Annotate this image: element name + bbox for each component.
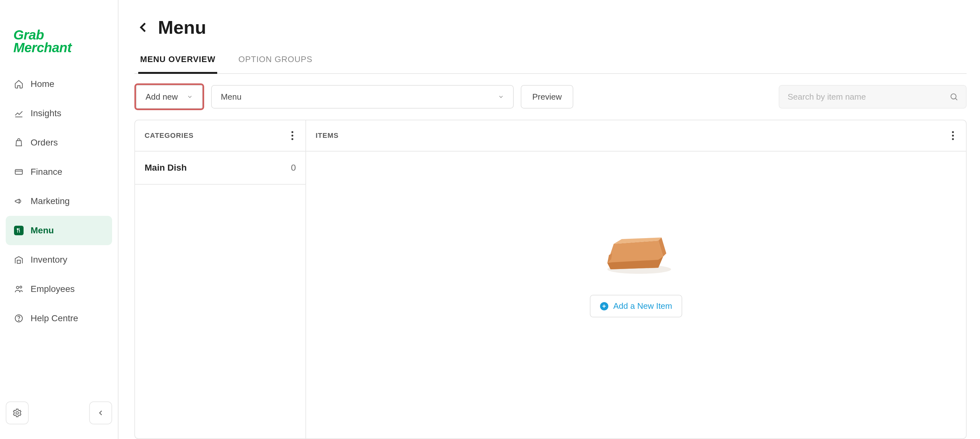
sidebar-item-label: Finance <box>30 167 62 177</box>
sidebar-item-home[interactable]: Home <box>6 69 112 99</box>
items-panel: ITEMS <box>306 120 966 438</box>
chevron-down-icon <box>187 94 193 100</box>
help-icon <box>14 313 24 323</box>
megaphone-icon <box>14 196 24 206</box>
sidebar-nav: Home Insights Orders Finance <box>0 69 118 333</box>
svg-point-6 <box>19 320 19 321</box>
sidebar-item-orders[interactable]: Orders <box>6 128 112 157</box>
sidebar-item-menu[interactable]: Menu <box>6 216 112 245</box>
add-new-dropdown[interactable]: Add new <box>136 85 202 108</box>
categories-header-label: CATEGORIES <box>145 132 194 140</box>
bag-icon <box>14 138 24 147</box>
sidebar-item-insights[interactable]: Insights <box>6 99 112 128</box>
category-count: 0 <box>291 163 296 173</box>
tab-menu-overview[interactable]: MENU OVERVIEW <box>138 49 217 74</box>
sidebar-item-finance[interactable]: Finance <box>6 157 112 186</box>
collapse-sidebar-button[interactable] <box>89 401 112 425</box>
page-title: Menu <box>158 17 206 38</box>
warehouse-icon <box>14 255 24 264</box>
categories-panel: CATEGORIES Main Dish 0 <box>135 120 306 438</box>
svg-line-9 <box>956 99 958 100</box>
chart-icon <box>14 108 24 118</box>
sidebar-item-help-centre[interactable]: Help Centre <box>6 304 112 333</box>
preview-button[interactable]: Preview <box>521 85 573 108</box>
sidebar-item-marketing[interactable]: Marketing <box>6 186 112 216</box>
home-icon <box>14 79 24 89</box>
sidebar-item-label: Home <box>30 79 54 89</box>
add-item-label: Add a New Item <box>613 301 672 311</box>
main-content: Menu MENU OVERVIEW OPTION GROUPS Add new… <box>118 0 980 439</box>
items-header-label: ITEMS <box>316 132 339 140</box>
empty-bag-illustration <box>595 225 678 276</box>
brand-line2: Merchant <box>13 41 118 54</box>
tabs: MENU OVERVIEW OPTION GROUPS <box>134 49 967 74</box>
categories-header: CATEGORIES <box>135 120 305 151</box>
brand-line1: Grab <box>13 29 118 41</box>
add-new-highlight: Add new <box>134 83 204 110</box>
people-icon <box>14 284 24 294</box>
items-menu-button[interactable] <box>950 129 956 143</box>
sidebar-item-employees[interactable]: Employees <box>6 274 112 304</box>
items-header: ITEMS <box>306 120 966 151</box>
items-empty-state: + Add a New Item <box>306 151 966 438</box>
menu-select[interactable]: Menu <box>211 85 514 108</box>
svg-rect-0 <box>15 169 22 174</box>
plus-circle-icon: + <box>600 302 608 310</box>
categories-menu-button[interactable] <box>289 129 296 143</box>
tab-option-groups[interactable]: OPTION GROUPS <box>236 49 314 74</box>
sidebar-footer <box>0 401 118 439</box>
category-row[interactable]: Main Dish 0 <box>135 151 305 185</box>
add-new-item-button[interactable]: + Add a New Item <box>590 295 682 317</box>
chevron-left-icon <box>136 21 150 34</box>
sidebar-item-label: Employees <box>30 284 75 294</box>
preview-label: Preview <box>532 92 562 102</box>
svg-point-8 <box>951 94 956 99</box>
card-icon <box>14 167 24 177</box>
brand-logo: Grab Merchant <box>0 0 118 69</box>
category-name: Main Dish <box>145 163 187 173</box>
add-new-label: Add new <box>146 92 178 102</box>
sidebar-item-label: Menu <box>30 225 54 235</box>
sidebar-item-label: Insights <box>30 108 62 118</box>
sidebar-item-label: Marketing <box>30 196 70 206</box>
sidebar-item-label: Help Centre <box>30 313 78 323</box>
settings-button[interactable] <box>6 401 29 425</box>
chevron-down-icon <box>498 94 504 100</box>
sidebar: Grab Merchant Home Insights O <box>0 0 118 439</box>
svg-point-4 <box>20 286 22 288</box>
search-field[interactable] <box>779 85 967 108</box>
sidebar-item-inventory[interactable]: Inventory <box>6 245 112 274</box>
menu-icon <box>14 226 24 235</box>
sidebar-item-label: Inventory <box>30 254 67 265</box>
gear-icon <box>12 408 22 418</box>
page-header: Menu <box>134 17 967 38</box>
sidebar-item-label: Orders <box>30 138 58 148</box>
svg-point-3 <box>17 286 19 289</box>
search-icon <box>950 92 958 101</box>
svg-rect-2 <box>17 260 21 263</box>
toolbar: Add new Menu Preview <box>134 83 967 110</box>
chevron-left-icon <box>97 409 105 417</box>
menu-panels: CATEGORIES Main Dish 0 ITEMS <box>134 120 967 439</box>
svg-point-7 <box>16 412 19 414</box>
search-input[interactable] <box>787 92 950 102</box>
back-button[interactable] <box>134 19 152 36</box>
menu-select-value: Menu <box>221 92 242 102</box>
